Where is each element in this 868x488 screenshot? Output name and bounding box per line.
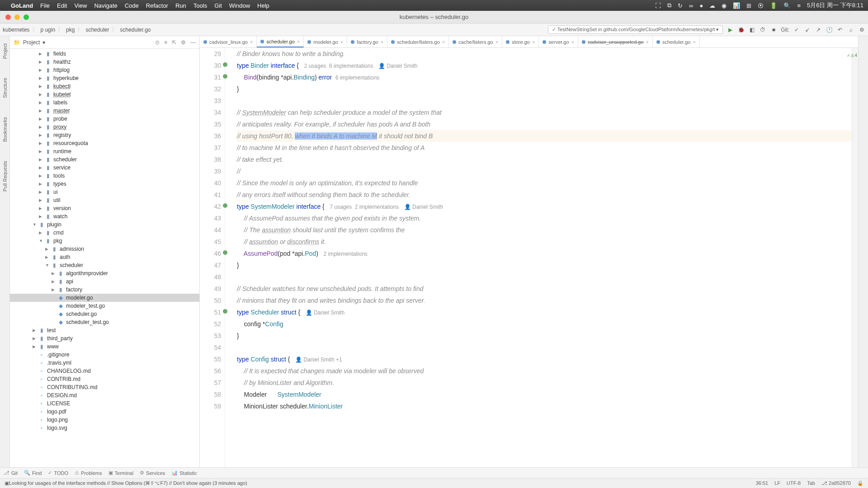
tree-node[interactable]: ▶▮auth bbox=[10, 253, 199, 261]
tree-node[interactable]: ▶▮scheduler bbox=[10, 155, 199, 164]
project-tool-tab[interactable]: Project bbox=[2, 41, 8, 61]
line-separator[interactable]: LF bbox=[774, 480, 780, 486]
code-line[interactable]: // It is expected that changes made via … bbox=[237, 365, 852, 377]
menu-navigate[interactable]: Navigate bbox=[94, 2, 117, 9]
tree-node[interactable]: ▼▮pkg bbox=[10, 237, 199, 245]
code-line[interactable]: // AssumePod assumes that the given pod … bbox=[237, 212, 852, 224]
code-line[interactable]: Bind(binding *api.Binding) error 6 imple… bbox=[237, 71, 852, 83]
pullrequests-tool-tab[interactable]: Pull Requests bbox=[2, 158, 8, 194]
run-config-selector[interactable]: ✓ TestNewStringSet in github.com/GoogleC… bbox=[548, 25, 723, 34]
code-line[interactable]: } bbox=[237, 259, 852, 271]
chevron-down-icon[interactable]: ▾ bbox=[42, 39, 45, 46]
tree-node[interactable]: ▶▮api bbox=[10, 277, 199, 286]
menubar-icon[interactable]: ◉ bbox=[722, 2, 726, 9]
code-line[interactable] bbox=[237, 95, 852, 107]
close-tab-icon[interactable]: × bbox=[340, 39, 343, 45]
tree-node[interactable]: ▫CONTRIBUTING.md bbox=[10, 383, 199, 391]
tree-node[interactable]: ▶▮factory bbox=[10, 286, 199, 294]
menubar-clock[interactable]: 5月6日 周一 下午8:11 bbox=[807, 1, 863, 9]
stop-icon[interactable]: ■ bbox=[770, 26, 777, 33]
tree-node[interactable]: ▶▮algorithmprovider bbox=[10, 269, 199, 277]
code-line[interactable]: // Scheduler watches for new unscheduled… bbox=[237, 283, 852, 295]
collapse-all-icon[interactable]: ⇱ bbox=[172, 39, 176, 46]
tree-node[interactable]: ▶▮test bbox=[10, 326, 199, 334]
menubar-icon[interactable]: ≡ bbox=[797, 2, 801, 9]
tree-node[interactable]: ◆scheduler.go bbox=[10, 310, 199, 318]
breadcrumb-segment[interactable]: p ugin bbox=[40, 27, 55, 33]
tree-node[interactable]: ▶▮healthz bbox=[10, 58, 199, 66]
code-line[interactable]: } bbox=[237, 83, 852, 95]
status-indicator-icon[interactable]: ▣ bbox=[5, 480, 9, 486]
code-line[interactable]: // take effect yet. bbox=[237, 154, 852, 165]
git-history-icon[interactable]: 🕐 bbox=[826, 26, 833, 33]
code-line[interactable]: // bbox=[237, 165, 852, 177]
project-tree[interactable]: ▶▮fields▶▮healthz▶▮httplog▶▮hyperkube▶▮k… bbox=[10, 49, 199, 467]
tree-node[interactable]: ▶▮registry bbox=[10, 131, 199, 139]
tree-node[interactable]: ▶▮proxy bbox=[10, 123, 199, 131]
tree-node[interactable]: ▫CHANGELOG.md bbox=[10, 367, 199, 375]
breadcrumb-segment[interactable]: pkg bbox=[66, 27, 75, 33]
tree-node[interactable]: ▫LICENSE bbox=[10, 399, 199, 408]
menubar-icon[interactable]: ● bbox=[700, 2, 703, 9]
code-line[interactable]: // Since the model is only an optimizati… bbox=[237, 177, 852, 189]
menubar-icon[interactable]: 🔋 bbox=[770, 2, 777, 9]
breadcrumb[interactable]: kubernetes〉p ugin〉pkg〉scheduler〉schedule… bbox=[3, 26, 151, 33]
breadcrumb-segment[interactable]: kubernetes bbox=[3, 27, 29, 33]
menubar-icon[interactable]: ⧉ bbox=[667, 2, 671, 9]
tree-node[interactable]: ◆modeler_test.go bbox=[10, 302, 199, 310]
git-commit-icon[interactable]: ↙ bbox=[804, 26, 811, 33]
caret-position[interactable]: 36:51 bbox=[756, 480, 769, 486]
line-gutter[interactable]: 2930313233343536373839404142434445464748… bbox=[200, 48, 225, 467]
minimize-window-icon[interactable] bbox=[14, 14, 20, 20]
tree-node[interactable]: ◆modeler.go bbox=[10, 294, 199, 302]
tool-tab-todo[interactable]: ✓TODO bbox=[48, 470, 68, 476]
tree-node[interactable]: ▶▮runtime bbox=[10, 147, 199, 155]
settings-icon[interactable]: ⚙ bbox=[181, 39, 186, 46]
menubar-icon[interactable]: ⦿ bbox=[758, 2, 764, 9]
git-rollback-icon[interactable]: ↶ bbox=[836, 26, 844, 33]
editor-tabs[interactable]: cadvisor_linux.go×scheduler.go×modeler.g… bbox=[200, 36, 858, 48]
tree-node[interactable]: ▶▮labels bbox=[10, 99, 199, 107]
editor-tab[interactable]: cache/listers.go× bbox=[449, 36, 502, 47]
tree-node[interactable]: ▶▮cmd bbox=[10, 229, 199, 237]
search-everywhere-icon[interactable]: ⌕ bbox=[847, 26, 854, 33]
menu-git[interactable]: Git bbox=[214, 2, 222, 9]
tree-node[interactable]: ▶▮third_party bbox=[10, 334, 199, 343]
code-line[interactable]: type Config struct { 👤 Daniel Smith +1 bbox=[237, 353, 852, 365]
tree-node[interactable]: ▶▮admission bbox=[10, 245, 199, 253]
run-icon[interactable]: ▶ bbox=[726, 26, 734, 33]
menubar-icon[interactable]: ↻ bbox=[678, 2, 683, 9]
menu-file[interactable]: File bbox=[40, 2, 50, 9]
tree-node[interactable]: ▶▮httplog bbox=[10, 66, 199, 74]
menu-tools[interactable]: Tools bbox=[193, 2, 207, 9]
tool-tab-services[interactable]: ⚙Services bbox=[140, 470, 165, 476]
tool-tab-find[interactable]: 🔍Find bbox=[24, 470, 42, 476]
tree-node[interactable]: ▫logo.svg bbox=[10, 424, 199, 432]
tree-node[interactable]: ▶▮fields bbox=[10, 50, 199, 58]
code-line[interactable]: MinionLister scheduler.MinionLister bbox=[237, 400, 852, 412]
tree-node[interactable]: ▶▮tools bbox=[10, 172, 199, 180]
tree-node[interactable]: ▫logo.png bbox=[10, 416, 199, 424]
editor-tab[interactable]: server.go× bbox=[539, 36, 578, 47]
tree-node[interactable]: ▶▮service bbox=[10, 164, 199, 172]
menu-code[interactable]: Code bbox=[125, 2, 139, 9]
code-line[interactable]: type Binder interface { 2 usages 6 imple… bbox=[237, 60, 852, 71]
code-line[interactable]: type SystemModeler interface { 7 usages … bbox=[237, 201, 852, 212]
code-line[interactable]: AssumePod(pod *api.Pod) 2 implementation… bbox=[237, 248, 852, 259]
editor-tab[interactable]: scheduler.go× bbox=[653, 36, 700, 47]
tool-tab-git[interactable]: ⎇Git bbox=[4, 470, 18, 476]
tree-node[interactable]: ▶▮www bbox=[10, 343, 199, 351]
close-tab-icon[interactable]: × bbox=[532, 39, 535, 45]
menubar-icon[interactable]: ☁ bbox=[709, 2, 715, 9]
close-tab-icon[interactable]: × bbox=[646, 39, 649, 45]
tree-node[interactable]: ▶▮kubelet bbox=[10, 90, 199, 99]
menubar-icon[interactable]: 📊 bbox=[733, 2, 740, 9]
code-line[interactable]: Modeler SystemModeler bbox=[237, 389, 852, 400]
traffic-lights[interactable] bbox=[5, 14, 29, 20]
tree-node[interactable]: ▫.travis.yml bbox=[10, 359, 199, 367]
close-tab-icon[interactable]: × bbox=[495, 39, 498, 45]
breadcrumb-segment[interactable]: scheduler bbox=[85, 27, 109, 33]
code-line[interactable]: // using hostPort 80, when it binds A to… bbox=[237, 130, 852, 142]
tree-node[interactable]: ▶▮version bbox=[10, 204, 199, 212]
profile-icon[interactable]: ⏱ bbox=[759, 26, 766, 33]
